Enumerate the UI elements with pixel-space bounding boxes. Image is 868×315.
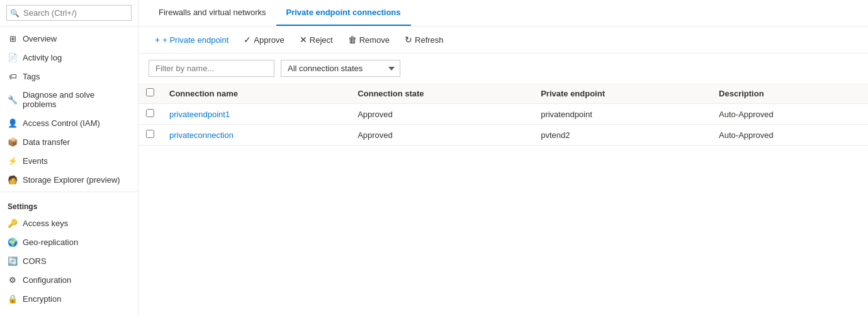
remove-icon: 🗑 — [348, 35, 357, 45]
col-connection-state: Connection state — [350, 83, 533, 104]
sidebar-item-events[interactable]: ⚡ Events — [0, 151, 138, 170]
config-icon: ⚙ — [8, 275, 18, 285]
sidebar-item-label: Geo-replication — [23, 238, 78, 247]
table-wrap: Connection name Connection state Private… — [138, 83, 868, 315]
connection-name-cell[interactable]: privateconnection — [162, 125, 350, 146]
person2-icon: 🧑 — [8, 175, 18, 185]
doc-icon: 📄 — [8, 52, 18, 62]
refresh-icon: ↻ — [405, 35, 412, 45]
col-connection-name: Connection name — [162, 83, 350, 104]
sidebar-item-label: Diagnose and solve problems — [23, 90, 130, 109]
grid-icon: ⊞ — [8, 33, 18, 43]
settings-section-label: Settings — [0, 195, 138, 214]
table-row: privateendpoint1 Approved privatendpoint… — [138, 104, 868, 125]
sidebar-item-storage-explorer[interactable]: 🧑 Storage Explorer (preview) — [0, 170, 138, 189]
select-all-checkbox[interactable] — [146, 88, 154, 96]
add-private-endpoint-button[interactable]: + + Private endpoint — [149, 32, 235, 48]
add-icon: + — [155, 35, 160, 45]
sidebar-item-diagnose[interactable]: 🔧 Diagnose and solve problems — [0, 86, 138, 113]
filter-name-input[interactable] — [149, 60, 274, 77]
private-endpoint-cell[interactable]: privatendpoint — [533, 104, 711, 125]
table-row: privateconnection Approved pvtend2 Auto-… — [138, 125, 868, 146]
row-checkbox-cell — [138, 125, 162, 146]
search-box: 🔍 — [0, 0, 138, 26]
sidebar-item-access-control[interactable]: 👤 Access Control (IAM) — [0, 113, 138, 132]
sidebar-item-access-keys[interactable]: 🔑 Access keys — [0, 214, 138, 232]
sidebar-item-label: Tags — [23, 72, 40, 81]
sidebar-item-activity-log[interactable]: 📄 Activity log — [0, 48, 138, 67]
connections-table: Connection name Connection state Private… — [138, 83, 868, 146]
row-checkbox-0[interactable] — [146, 109, 154, 117]
sidebar-item-label: Activity log — [23, 53, 62, 62]
sidebar-item-cors[interactable]: 🔄 CORS — [0, 251, 138, 270]
select-all-header — [138, 83, 162, 104]
key-icon: 🔑 — [8, 218, 18, 228]
description-cell: Auto-Approved — [711, 125, 868, 146]
sidebar-item-label: Access keys — [23, 219, 68, 228]
globe-icon: 🌍 — [8, 237, 18, 247]
filter-row: All connection states Approved Pending R… — [138, 54, 868, 83]
lock-icon: 🔒 — [8, 294, 18, 304]
sidebar-item-label: Shared access signature — [23, 313, 113, 316]
sidebar-item-data-transfer[interactable]: 📦 Data transfer — [0, 132, 138, 151]
sidebar-item-label: Storage Explorer (preview) — [23, 175, 120, 185]
col-description: Description — [711, 83, 868, 104]
sidebar: 🔍 ⊞ Overview 📄 Activity log 🏷 Tags 🔧 Dia… — [0, 0, 138, 315]
sidebar-item-label: Data transfer — [23, 137, 70, 147]
sidebar-item-label: Events — [23, 156, 48, 166]
sidebar-item-shared-access[interactable]: 👁 Shared access signature — [0, 308, 138, 315]
tab-private-endpoint[interactable]: Private endpoint connections — [276, 0, 411, 26]
refresh-button[interactable]: ↻ Refresh — [398, 32, 450, 48]
sidebar-divider — [0, 192, 138, 192]
eye-icon: 👁 — [8, 312, 18, 315]
search-input[interactable] — [6, 5, 132, 21]
sidebar-nav: ⊞ Overview 📄 Activity log 🏷 Tags 🔧 Diagn… — [0, 26, 138, 315]
main-content: Firewalls and virtual networks Private e… — [138, 0, 868, 315]
sidebar-item-tags[interactable]: 🏷 Tags — [0, 67, 138, 86]
connection-state-cell: Approved — [350, 125, 533, 146]
connection-state-cell: Approved — [350, 104, 533, 125]
person-icon: 👤 — [8, 118, 18, 128]
sidebar-item-configuration[interactable]: ⚙ Configuration — [0, 270, 138, 289]
wrench-icon: 🔧 — [8, 94, 18, 105]
sidebar-item-geo-replication[interactable]: 🌍 Geo-replication — [0, 232, 138, 251]
sidebar-item-label: CORS — [23, 256, 47, 266]
sidebar-item-label: Access Control (IAM) — [23, 118, 100, 128]
private-endpoint-cell[interactable]: pvtend2 — [533, 125, 711, 146]
tag-icon: 🏷 — [8, 71, 18, 81]
approve-button[interactable]: ✓ Approve — [237, 32, 290, 48]
connection-name-cell[interactable]: privateendpoint1 — [162, 104, 350, 125]
lightning-icon: ⚡ — [8, 156, 18, 166]
cors-icon: 🔄 — [8, 256, 18, 266]
sidebar-item-label: Encryption — [23, 294, 61, 304]
reject-icon: ✕ — [300, 35, 307, 45]
connection-state-select[interactable]: All connection states Approved Pending R… — [281, 60, 400, 77]
sidebar-item-overview[interactable]: ⊞ Overview — [0, 29, 138, 48]
col-private-endpoint: Private endpoint — [533, 83, 711, 104]
description-cell: Auto-Approved — [711, 104, 868, 125]
remove-button[interactable]: 🗑 Remove — [342, 32, 396, 48]
row-checkbox-1[interactable] — [146, 130, 154, 138]
sidebar-item-label: Configuration — [23, 275, 71, 285]
tab-firewalls[interactable]: Firewalls and virtual networks — [149, 0, 276, 26]
sidebar-item-encryption[interactable]: 🔒 Encryption — [0, 289, 138, 308]
box-icon: 📦 — [8, 137, 18, 147]
approve-icon: ✓ — [244, 35, 251, 45]
reject-button[interactable]: ✕ Reject — [293, 32, 339, 48]
toolbar: + + Private endpoint ✓ Approve ✕ Reject … — [138, 26, 868, 54]
row-checkbox-cell — [138, 104, 162, 125]
sidebar-item-label: Overview — [23, 34, 57, 43]
tabs-bar: Firewalls and virtual networks Private e… — [138, 0, 868, 26]
